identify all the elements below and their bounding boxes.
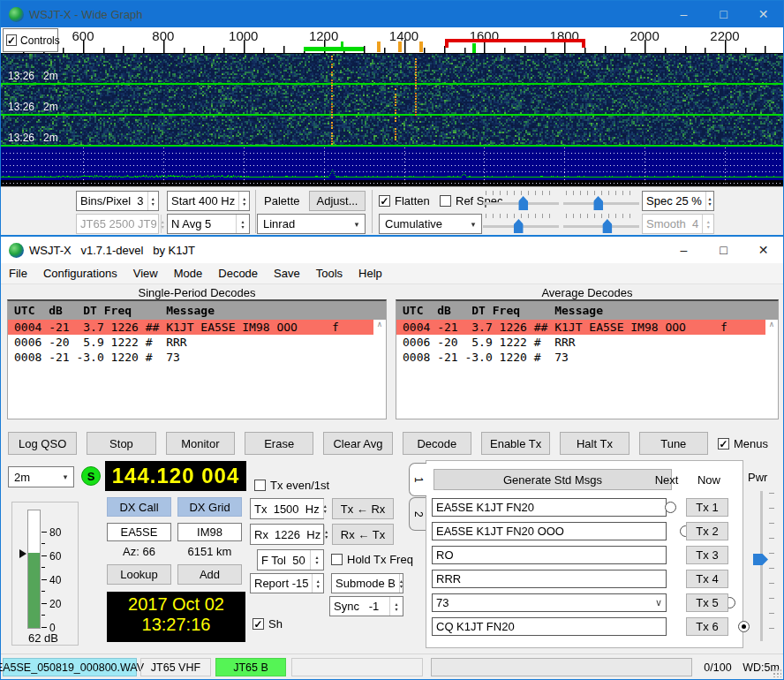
submode-spinbox[interactable]: Submode B ▴▾ <box>331 573 403 593</box>
menu-tools[interactable]: Tools <box>308 267 351 280</box>
log-qso-button[interactable]: Log QSO <box>8 432 77 455</box>
decode-row[interactable]: 0008 -21 -3.0 1220 # 73 <box>396 350 778 365</box>
tx3-message-field[interactable]: RO <box>432 546 667 564</box>
waterfall-zero-slider[interactable] <box>563 190 639 210</box>
decode-row[interactable]: 0006 -20 5.9 1222 # RRR <box>8 335 386 350</box>
tx4-now-button[interactable]: Tx 4 <box>686 570 728 588</box>
tx5-now-button[interactable]: Tx 5 <box>686 593 728 612</box>
decode-row[interactable]: 0006 -20 5.9 1222 # RRR <box>396 335 778 350</box>
tx6-message-field[interactable]: CQ K1JT FN20 <box>432 617 667 636</box>
spin-arrows-icon[interactable]: ▴▾ <box>389 597 403 616</box>
spin-arrows-icon[interactable]: ▴▾ <box>236 215 249 233</box>
tx2-now-button[interactable]: Tx 2 <box>686 522 728 540</box>
frequency-display[interactable]: 144.120 004 <box>105 461 246 491</box>
enable-tx-button[interactable]: Enable Tx <box>481 432 550 455</box>
spin-arrows-icon[interactable]: ▴▾ <box>399 574 403 593</box>
menus-checkbox[interactable]: Menus <box>718 437 776 450</box>
close-icon[interactable]: ✕ <box>743 237 783 263</box>
monitor-button[interactable]: Monitor <box>166 432 235 455</box>
pwr-slider-thumb[interactable] <box>753 554 768 565</box>
menu-save[interactable]: Save <box>266 267 308 280</box>
add-button[interactable]: Add <box>177 564 242 585</box>
slider-thumb[interactable] <box>514 219 524 233</box>
close-icon[interactable]: ✕ <box>743 1 783 27</box>
band-select[interactable]: 2m ▾ <box>8 466 74 487</box>
spin-arrows-icon[interactable]: ▴▾ <box>324 525 328 544</box>
tab-1[interactable]: 1 <box>409 463 426 496</box>
tx1-next-radio[interactable] <box>665 502 676 513</box>
spin-arrows-icon[interactable]: ▴▾ <box>147 192 158 210</box>
frequency-scale[interactable]: 6008001000120014001600180020002200 Contr… <box>1 27 783 54</box>
pwr-slider-track[interactable] <box>760 491 763 641</box>
spec-percent-spinbox[interactable]: Spec 25 % ▴▾ <box>642 191 714 211</box>
clear-avg-button[interactable]: Clear Avg <box>323 432 392 455</box>
decode-button[interactable]: Decode <box>403 432 471 455</box>
slider-thumb[interactable] <box>593 196 603 210</box>
menu-mode[interactable]: Mode <box>166 267 211 280</box>
waterfall-gain-slider[interactable] <box>483 190 559 210</box>
tx6-now-button[interactable]: Tx 6 <box>686 617 728 636</box>
rx-from-tx-button[interactable]: Rx ← Tx <box>332 524 394 545</box>
tx2-message-field[interactable]: EA5SE K1JT FN20 OOO <box>432 522 667 540</box>
decode-row[interactable]: 0008 -21 -3.0 1220 # 73 <box>8 350 386 365</box>
tx4-message-field[interactable]: RRR <box>432 570 667 588</box>
tx3-now-button[interactable]: Tx 3 <box>686 546 728 564</box>
report-spinbox[interactable]: Report -15 ▴▾ <box>250 573 324 593</box>
sh-checkbox[interactable]: Sh <box>253 617 283 631</box>
controls-checkbox[interactable]: Controls <box>3 28 58 52</box>
maximize-icon[interactable]: □ <box>704 237 743 263</box>
resize-grip[interactable] <box>773 669 781 677</box>
minimize-icon[interactable]: – <box>664 1 704 27</box>
spin-arrows-icon[interactable]: ▴▾ <box>323 499 327 518</box>
menu-view[interactable]: View <box>125 267 166 280</box>
tx5-message-combo[interactable]: 73 ∨ <box>432 593 667 612</box>
palette-adjust-button[interactable]: Adjust... <box>309 191 366 211</box>
tab-2[interactable]: 2 <box>409 497 426 531</box>
scrollbar[interactable]: ∧ <box>765 320 778 419</box>
scrollbar[interactable]: ∧ <box>373 320 386 419</box>
slider-thumb[interactable] <box>602 219 612 233</box>
waterfall-display[interactable] <box>1 54 783 186</box>
minimize-icon[interactable]: – <box>664 237 704 263</box>
palette-select[interactable]: Linrad ▾ <box>257 214 366 234</box>
decode-list[interactable]: 0004 -21 3.7 1226 ## K1JT EA5SE IM98 OOO… <box>396 320 778 419</box>
menu-help[interactable]: Help <box>351 267 390 280</box>
spin-arrows-icon[interactable]: ▴▾ <box>312 574 323 593</box>
dx-call-field[interactable]: EA5SE <box>107 523 171 541</box>
tx1-message-field[interactable]: EA5SE K1JT FN20 <box>432 498 667 517</box>
generate-std-msgs-button[interactable]: Generate Std Msgs <box>433 469 672 490</box>
n-avg-spinbox[interactable]: N Avg 5 ▴▾ <box>167 214 250 234</box>
display-mode-select[interactable]: Cumulative ▾ <box>379 214 482 234</box>
spectrum-gain-slider[interactable] <box>483 213 559 233</box>
decode-row[interactable]: 0004 -21 3.7 1226 ## K1JT EA5SE IM98 OOO… <box>8 320 386 335</box>
tx1-now-button[interactable]: Tx 1 <box>686 498 728 517</box>
rx-freq-spinbox[interactable]: Rx 1226 Hz ▴▾ <box>250 524 324 545</box>
slider-thumb[interactable] <box>518 196 528 210</box>
menu-file[interactable]: File <box>1 267 35 280</box>
maximize-icon[interactable]: □ <box>704 1 743 27</box>
spin-arrows-icon[interactable]: ▴▾ <box>310 550 323 570</box>
dx-call-button[interactable]: DX Call <box>107 497 171 517</box>
spectrum-zero-slider[interactable] <box>563 213 639 233</box>
halt-tx-button[interactable]: Halt Tx <box>560 432 629 455</box>
tune-button[interactable]: Tune <box>639 432 708 455</box>
dx-grid-button[interactable]: DX Grid <box>177 497 242 517</box>
tx-from-rx-button[interactable]: Tx ← Rx <box>332 498 394 519</box>
bins-per-pixel-spinbox[interactable]: Bins/Pixel 3 ▴▾ <box>76 191 159 211</box>
dx-grid-field[interactable]: IM98 <box>177 523 242 541</box>
spin-arrows-icon[interactable]: ▴▾ <box>705 192 713 210</box>
ftol-spinbox[interactable]: F Tol 50 ▴▾ <box>257 549 324 570</box>
menu-configurations[interactable]: Configurations <box>35 267 125 280</box>
stop-button[interactable]: Stop <box>87 432 155 455</box>
tx-freq-spinbox[interactable]: Tx 1500 Hz ▴▾ <box>250 498 324 519</box>
decode-row[interactable]: 0004 -21 3.7 1226 ## K1JT EA5SE IM98 OOO… <box>396 320 778 335</box>
erase-button[interactable]: Erase <box>245 432 313 455</box>
tx-even-checkbox[interactable]: Tx even/1st <box>254 479 329 492</box>
menu-decode[interactable]: Decode <box>210 267 266 280</box>
start-freq-spinbox[interactable]: Start 400 Hz ▴▾ <box>167 191 250 211</box>
spin-arrows-icon[interactable]: ▴▾ <box>238 192 249 210</box>
hold-tx-freq-checkbox[interactable]: Hold Tx Freq <box>331 553 413 566</box>
sync-spinbox[interactable]: Sync -1 ▴▾ <box>329 596 403 616</box>
flatten-checkbox[interactable]: Flatten <box>379 194 430 208</box>
lookup-button[interactable]: Lookup <box>107 564 171 585</box>
